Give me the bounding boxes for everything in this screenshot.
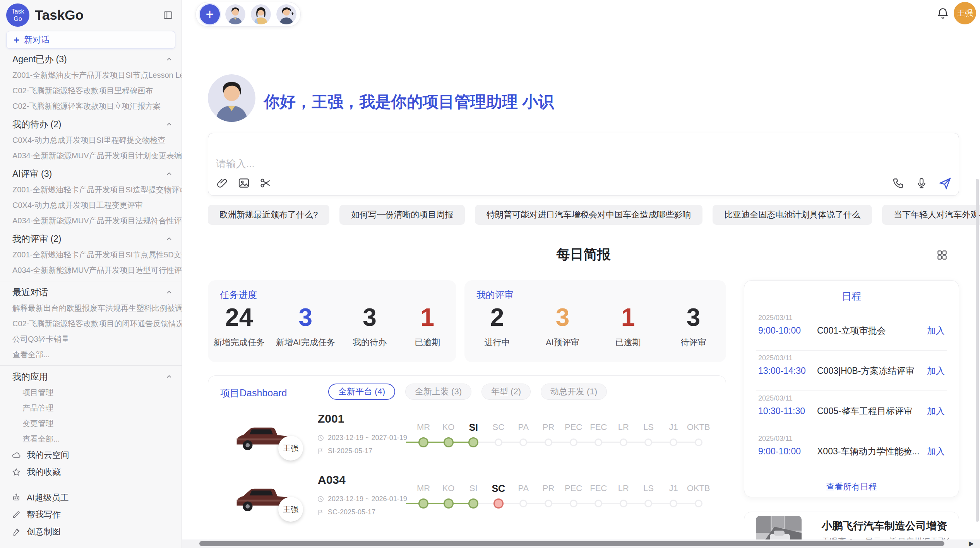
project-owner-chip[interactable]: 王强	[278, 497, 303, 522]
image-upload-icon[interactable]	[238, 177, 250, 189]
user-avatar[interactable]: 王强	[954, 2, 976, 24]
join-meeting-link[interactable]: 加入	[927, 365, 945, 377]
notification-bell-icon[interactable]	[936, 6, 950, 20]
dashboard-tab[interactable]: 全新上装 (3)	[405, 384, 471, 400]
suggestion-chip[interactable]: 比亚迪全固态电池计划具体说了什么	[713, 205, 872, 225]
sidebar-item[interactable]: 解释最新出台的欧盟报废车法规再生塑料比例被调至15%...	[0, 300, 182, 316]
suggestion-chip[interactable]: 欧洲新规最近颁布了什么?	[208, 205, 329, 225]
teammate-1-avatar[interactable]	[225, 4, 245, 24]
sidebar-shortcut[interactable]: 我的云空间	[0, 447, 182, 464]
stat-value: 3	[540, 303, 586, 331]
attachment-icon[interactable]	[216, 177, 228, 189]
sidebar-header: Task Go TaskGo	[0, 0, 182, 28]
vertical-scrollbar-thumb[interactable]	[976, 179, 979, 522]
sidebar-collapse-icon[interactable]	[163, 10, 173, 20]
sidebar-item[interactable]: 产品管理	[0, 400, 182, 416]
sidebar-item[interactable]: 公司Q3轻卡销量	[0, 331, 182, 347]
greeting-text: 你好，王强，我是你的项目管理助理 小识	[264, 91, 554, 113]
microphone-icon[interactable]	[915, 177, 928, 189]
sidebar-item[interactable]: 变更管理	[0, 416, 182, 431]
sidebar-group-header[interactable]: 我的评审 (2)	[0, 231, 182, 247]
chevron-up-icon[interactable]	[165, 288, 173, 296]
milestone-dot	[644, 438, 652, 446]
stat-value: 2	[474, 303, 521, 331]
scissors-icon[interactable]	[259, 177, 272, 189]
chevron-up-icon[interactable]	[165, 55, 173, 63]
suggestion-chip[interactable]: 如何写一份清晰的项目周报	[339, 205, 465, 225]
milestone-dot	[644, 500, 652, 507]
daily-brief-title: 每日简报	[208, 245, 959, 264]
stat-item: 1已逾期	[404, 303, 451, 348]
new-chat-button[interactable]: + 新对话	[6, 31, 175, 49]
sidebar-group-header[interactable]: AI评审 (3)	[0, 166, 182, 182]
schedule-item-time: 13:00-14:30	[758, 366, 817, 376]
add-member-button[interactable]: +	[200, 4, 220, 24]
schedule-divider	[756, 390, 947, 391]
chevron-up-icon[interactable]	[165, 120, 173, 128]
main-area: + 王强 你好，王强，我是你的项目管理助理 小识 请输入...	[182, 0, 980, 548]
horizontal-scrollbar-thumb[interactable]	[199, 541, 944, 546]
sidebar-tools: AI超级员工帮我写作创意制图	[0, 489, 182, 540]
sidebar-item[interactable]: C0X4-动力总成开发项目工程变更评审	[0, 197, 182, 213]
sidebar-tool[interactable]: 创意制图	[0, 523, 182, 540]
sidebar-item[interactable]: 查看全部...	[0, 431, 182, 447]
teammate-3-avatar[interactable]	[276, 4, 296, 24]
suggestion-chip[interactable]: 当下年轻人对汽车外观有怎样的喜好趋势	[882, 205, 980, 225]
sidebar-item[interactable]: 项目管理	[0, 385, 182, 400]
sidebar-item[interactable]: A034-全新新能源MUV产品开发项目计划变更表编写	[0, 148, 182, 163]
sidebar-group-label: AI评审 (3)	[12, 168, 52, 180]
sidebar-group-label: Agent已办 (3)	[12, 53, 67, 65]
dashboard-tab[interactable]: 年型 (2)	[481, 384, 531, 400]
project-milestone-date: SI-2025-05-17	[317, 447, 372, 455]
chat-input-box[interactable]: 请输入...	[208, 133, 959, 196]
sidebar-group-header[interactable]: Agent已办 (3)	[0, 51, 182, 67]
project-owner-chip[interactable]: 王强	[278, 436, 303, 461]
sidebar-item[interactable]: Z001-全新燃油轻卡产品开发项目SI造型提交物评审	[0, 182, 182, 197]
chevron-up-icon[interactable]	[165, 235, 173, 243]
chevron-up-icon[interactable]	[165, 170, 173, 178]
schedule-item-date: 2025/03/11	[758, 394, 793, 402]
sidebar-item[interactable]: 查看全部...	[0, 347, 182, 362]
sidebar-group-header[interactable]: 我的待办 (2)	[0, 116, 182, 132]
join-meeting-link[interactable]: 加入	[927, 405, 945, 417]
schedule-item-date: 2025/03/11	[758, 314, 793, 322]
sidebar-item[interactable]: Z001-全新燃油皮卡产品开发项目SI节点Lesson Learn报告	[0, 67, 182, 83]
sidebar-tool[interactable]: AI超级员工	[0, 489, 182, 506]
send-icon[interactable]	[939, 177, 951, 189]
sidebar-item[interactable]: C02-飞腾新能源轻客改款项目里程碑画布	[0, 83, 182, 98]
layout-grid-icon[interactable]	[936, 249, 948, 261]
sidebar-item[interactable]: C02-飞腾新能源轻客改款项目立项汇报方案	[0, 98, 182, 114]
milestone-dot	[695, 500, 702, 507]
dashboard-tab[interactable]: 全新平台 (4)	[328, 384, 395, 400]
suggestion-chip[interactable]: 特朗普可能对进口汽车增税会对中国车企造成哪些影响	[475, 205, 702, 225]
sidebar-group-label: 我的评审 (2)	[12, 233, 62, 245]
join-meeting-link[interactable]: 加入	[927, 325, 945, 337]
chevron-up-icon[interactable]	[165, 373, 173, 380]
view-all-schedule-link[interactable]: 查看所有日程	[744, 481, 959, 493]
sidebar-item[interactable]: Z001-全新燃油轻卡产品开发项目SI节点属性5D文件评审	[0, 247, 182, 262]
sidebar-tool[interactable]: 帮我写作	[0, 506, 182, 523]
flag-icon	[317, 509, 324, 516]
schedule-item: 9:00-10:00C001-立项审批会加入	[758, 325, 945, 336]
sidebar-group-header[interactable]: 最近对话	[0, 284, 182, 300]
teammate-2-avatar[interactable]	[251, 4, 271, 24]
task-progress-card: 任务进度 24新增完成任务3新增AI完成任务3我的待办1已逾期	[208, 280, 456, 362]
dashboard-tab[interactable]: 动总开发 (1)	[541, 384, 607, 400]
schedule-item-title: C005-整车工程目标评审	[817, 405, 927, 417]
voice-call-icon[interactable]	[892, 177, 905, 189]
sidebar-shortcut[interactable]: 我的收藏	[0, 464, 182, 481]
sidebar-group-header[interactable]: 我的应用	[0, 368, 182, 385]
schedule-item-date: 2025/03/11	[758, 435, 793, 443]
sidebar-divider	[0, 281, 182, 281]
dashboard-tabs: 全新平台 (4)全新上装 (3)年型 (2)动总开发 (1)	[328, 384, 607, 400]
sidebar-item[interactable]: A034-全新新能源MUV产品开发项目造型可行性评审	[0, 262, 182, 278]
sidebar-item[interactable]: C0X4-动力总成开发项目SI里程碑提交物检查	[0, 132, 182, 148]
sidebar-item[interactable]: C02-飞腾新能源轻客改款项目的闭环通告反馈情况	[0, 316, 182, 331]
join-meeting-link[interactable]: 加入	[927, 445, 945, 457]
scroll-right-arrow-icon[interactable]: ▶	[969, 539, 974, 548]
milestone-dot	[444, 498, 454, 509]
quick-access-bar: +	[195, 2, 301, 27]
schedule-item-time: 9:00-10:00	[758, 446, 817, 457]
pencil-icon	[12, 510, 21, 519]
sidebar-item[interactable]: A034-全新新能源MUV产品开发项目法规符合性评审	[0, 213, 182, 228]
